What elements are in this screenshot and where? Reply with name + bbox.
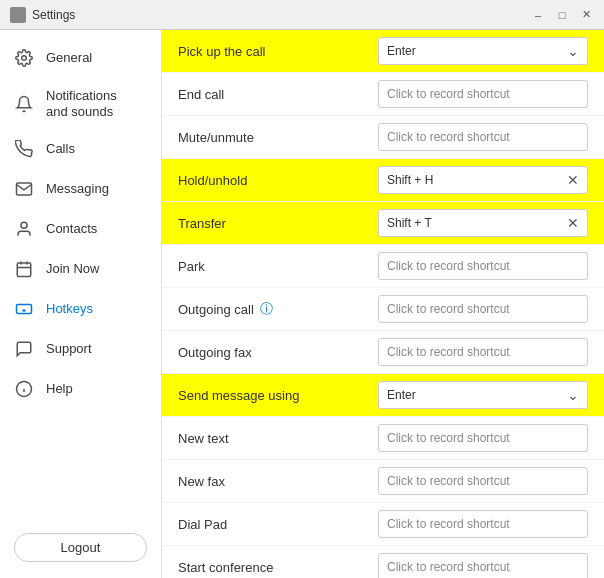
svg-rect-2 xyxy=(17,263,31,277)
sidebar-item-help[interactable]: Help xyxy=(0,369,161,409)
hotkey-input-mute[interactable]: Click to record shortcut xyxy=(378,123,588,151)
sidebar-contacts-label: Contacts xyxy=(46,221,97,237)
sidebar-item-contacts[interactable]: Contacts xyxy=(0,209,161,249)
keyboard-icon xyxy=(14,299,34,319)
svg-point-0 xyxy=(22,56,27,61)
hotkey-row-sendmsg: Send message usingEnter⌄ xyxy=(162,374,604,417)
hotkeys-panel: Pick up the callEnter⌄End callClick to r… xyxy=(162,30,604,578)
hotkey-label-outgoing: Outgoing callⓘ xyxy=(178,300,378,318)
hotkey-label-dialpad: Dial Pad xyxy=(178,517,378,532)
hotkey-value-sendmsg: Enter xyxy=(387,388,416,402)
hotkey-placeholder-conference: Click to record shortcut xyxy=(387,560,510,574)
window-controls: – □ ✕ xyxy=(530,7,594,23)
sidebar-item-messaging[interactable]: Messaging xyxy=(0,169,161,209)
title-bar: Settings – □ ✕ xyxy=(0,0,604,30)
hotkey-placeholder-mute: Click to record shortcut xyxy=(387,130,510,144)
clear-icon-transfer[interactable]: ✕ xyxy=(567,215,579,231)
hotkey-label-newfax: New fax xyxy=(178,474,378,489)
hotkey-input-fax[interactable]: Click to record shortcut xyxy=(378,338,588,366)
hotkey-placeholder-endcall: Click to record shortcut xyxy=(387,87,510,101)
sidebar-item-notifications[interactable]: Notificationsand sounds xyxy=(0,78,161,129)
window-title: Settings xyxy=(32,8,530,22)
hotkey-row-conference: Start conferenceClick to record shortcut xyxy=(162,546,604,578)
info-icon-outgoing[interactable]: ⓘ xyxy=(260,300,273,318)
phone-icon xyxy=(14,139,34,159)
hotkey-row-newtext: New textClick to record shortcut xyxy=(162,417,604,460)
hotkey-row-transfer: TransferShift + T✕ xyxy=(162,202,604,245)
hotkey-label-sendmsg: Send message using xyxy=(178,388,378,403)
hotkey-row-park: ParkClick to record shortcut xyxy=(162,245,604,288)
hotkey-label-newtext: New text xyxy=(178,431,378,446)
hotkey-row-hold: Hold/unholdShift + H✕ xyxy=(162,159,604,202)
hotkey-placeholder-newfax: Click to record shortcut xyxy=(387,474,510,488)
hotkey-label-endcall: End call xyxy=(178,87,378,102)
hotkey-input-pickup[interactable]: Enter⌄ xyxy=(378,37,588,65)
minimize-button[interactable]: – xyxy=(530,7,546,23)
hotkey-row-newfax: New faxClick to record shortcut xyxy=(162,460,604,503)
hotkey-input-newfax[interactable]: Click to record shortcut xyxy=(378,467,588,495)
calendar-icon xyxy=(14,259,34,279)
sidebar-item-general[interactable]: General xyxy=(0,38,161,78)
sidebar-general-label: General xyxy=(46,50,92,66)
hotkey-input-hold[interactable]: Shift + H✕ xyxy=(378,166,588,194)
sidebar-bottom: Logout xyxy=(0,523,161,578)
hotkey-label-fax: Outgoing fax xyxy=(178,345,378,360)
envelope-icon xyxy=(14,179,34,199)
hotkey-label-park: Park xyxy=(178,259,378,274)
hotkey-label-conference: Start conference xyxy=(178,560,378,575)
hotkey-label-pickup: Pick up the call xyxy=(178,44,378,59)
close-button[interactable]: ✕ xyxy=(578,7,594,23)
sidebar-messaging-label: Messaging xyxy=(46,181,109,197)
hotkey-row-outgoing: Outgoing callⓘClick to record shortcut xyxy=(162,288,604,331)
person-icon xyxy=(14,219,34,239)
hotkey-row-pickup: Pick up the callEnter⌄ xyxy=(162,30,604,73)
hotkey-input-park[interactable]: Click to record shortcut xyxy=(378,252,588,280)
hotkey-label-mute: Mute/unmute xyxy=(178,130,378,145)
sidebar-joinnow-label: Join Now xyxy=(46,261,99,277)
sidebar-notifications-label: Notificationsand sounds xyxy=(46,88,117,119)
hotkey-value-transfer: Shift + T xyxy=(387,216,432,230)
sidebar-item-joinnow[interactable]: Join Now xyxy=(0,249,161,289)
hotkey-input-conference[interactable]: Click to record shortcut xyxy=(378,553,588,578)
maximize-button[interactable]: □ xyxy=(554,7,570,23)
hotkey-row-endcall: End callClick to record shortcut xyxy=(162,73,604,116)
hotkey-input-newtext[interactable]: Click to record shortcut xyxy=(378,424,588,452)
hotkey-input-sendmsg[interactable]: Enter⌄ xyxy=(378,381,588,409)
hotkey-label-hold: Hold/unhold xyxy=(178,173,378,188)
hotkey-value-hold: Shift + H xyxy=(387,173,433,187)
hotkey-row-mute: Mute/unmuteClick to record shortcut xyxy=(162,116,604,159)
hotkey-row-fax: Outgoing faxClick to record shortcut xyxy=(162,331,604,374)
sidebar-item-hotkeys[interactable]: Hotkeys xyxy=(0,289,161,329)
hotkey-label-transfer: Transfer xyxy=(178,216,378,231)
hotkey-input-transfer[interactable]: Shift + T✕ xyxy=(378,209,588,237)
svg-rect-6 xyxy=(17,305,32,314)
gear-icon xyxy=(14,48,34,68)
info-circle-icon xyxy=(14,379,34,399)
sidebar-hotkeys-label: Hotkeys xyxy=(46,301,93,317)
sidebar-support-label: Support xyxy=(46,341,92,357)
sidebar-help-label: Help xyxy=(46,381,73,397)
sidebar: General Notificationsand sounds Calls xyxy=(0,30,162,578)
bell-icon xyxy=(14,94,34,114)
hotkey-input-endcall[interactable]: Click to record shortcut xyxy=(378,80,588,108)
sidebar-calls-label: Calls xyxy=(46,141,75,157)
hotkey-input-outgoing[interactable]: Click to record shortcut xyxy=(378,295,588,323)
hotkey-placeholder-fax: Click to record shortcut xyxy=(387,345,510,359)
hotkey-row-dialpad: Dial PadClick to record shortcut xyxy=(162,503,604,546)
chevron-down-icon-sendmsg[interactable]: ⌄ xyxy=(567,387,579,403)
app-icon xyxy=(10,7,26,23)
chevron-down-icon-pickup[interactable]: ⌄ xyxy=(567,43,579,59)
clear-icon-hold[interactable]: ✕ xyxy=(567,172,579,188)
hotkey-placeholder-outgoing: Click to record shortcut xyxy=(387,302,510,316)
hotkey-placeholder-dialpad: Click to record shortcut xyxy=(387,517,510,531)
hotkey-value-pickup: Enter xyxy=(387,44,416,58)
hotkey-input-dialpad[interactable]: Click to record shortcut xyxy=(378,510,588,538)
hotkey-placeholder-park: Click to record shortcut xyxy=(387,259,510,273)
logout-button[interactable]: Logout xyxy=(14,533,147,562)
svg-point-1 xyxy=(21,222,27,228)
hotkey-placeholder-newtext: Click to record shortcut xyxy=(387,431,510,445)
chat-icon xyxy=(14,339,34,359)
sidebar-item-support[interactable]: Support xyxy=(0,329,161,369)
main-content: General Notificationsand sounds Calls xyxy=(0,30,604,578)
sidebar-item-calls[interactable]: Calls xyxy=(0,129,161,169)
